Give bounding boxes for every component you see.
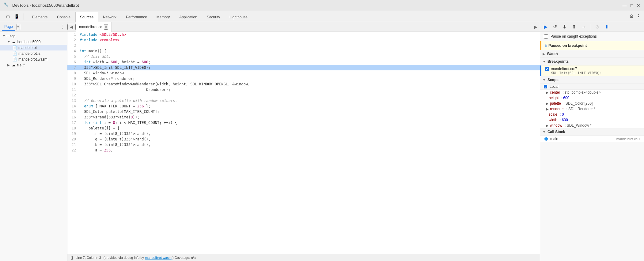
watch-arrow: ▶ <box>543 52 545 56</box>
code-editor[interactable]: 1#include <SDL2/SDL.h>2#include <complex… <box>67 32 540 254</box>
callstack-arrow: ▼ <box>543 130 546 134</box>
editor-tab-back[interactable]: ◀ <box>67 24 76 30</box>
resume-button[interactable]: ▶ <box>543 23 549 30</box>
scope-item-palette[interactable]: ▶ palette : SDL_Color [256] <box>540 101 644 106</box>
deactivate-breakpoints-button[interactable]: ⊘ <box>594 23 600 30</box>
breakpoint-checkbox[interactable] <box>545 67 549 71</box>
code-line-17[interactable]: 17 for (int i = 0; i < MAX_ITER_COUNT; +… <box>67 120 540 125</box>
code-line-10[interactable]: 10 333">SDL_CreateWindowAndRenderer(widt… <box>67 81 540 87</box>
code-line-18[interactable]: 18 palette[i] = { <box>67 125 540 131</box>
scope-item-scale: scale : 0 <box>540 112 644 117</box>
code-line-5[interactable]: 5 // Init SDL. <box>67 54 540 59</box>
code-line-9[interactable]: 9 SDL_Renderer* renderer; <box>67 76 540 81</box>
close-button[interactable]: ✕ <box>637 3 640 8</box>
tab-icon-separator <box>24 13 24 20</box>
watch-header[interactable]: ▶ Watch <box>540 50 644 58</box>
tree-item-localhost[interactable]: ▼ ☁ localhost:5000 <box>0 39 67 45</box>
code-line-4[interactable]: 4int main() { <box>67 48 540 54</box>
tab-sources[interactable]: Sources <box>75 12 98 22</box>
tree-item-mandelbrot-wasm[interactable]: 📄 mandelbrot.wasm <box>0 56 67 62</box>
callstack-item-main[interactable]: 🔷 main mandelbrot.cc:7 <box>540 136 644 142</box>
callstack-header[interactable]: ▼ Call Stack <box>540 128 644 136</box>
line-number-15: 15 <box>67 109 80 114</box>
breakpoint-header: mandelbrot.cc:7 <box>545 67 640 71</box>
code-line-14[interactable]: 14 enum { MAX_ITER_COUNT = 256 }; <box>67 103 540 109</box>
watch-section: ▶ Watch <box>540 50 644 58</box>
tab-security[interactable]: Security <box>202 12 225 22</box>
scope-arrow-renderer: ▶ <box>546 107 549 111</box>
scope-header[interactable]: ▼ Scope <box>540 76 644 84</box>
scope-item-window[interactable]: ▶ window : SDL_Window * <box>540 123 644 128</box>
line-number-7: 7 <box>67 65 80 70</box>
page-tab[interactable]: Page <box>2 23 15 31</box>
code-line-11[interactable]: 11 &renderer); <box>67 87 540 92</box>
code-line-7[interactable]: 7 333">SDL_Init(SDL_INIT_VIDEO); <box>67 65 540 70</box>
tab-application[interactable]: Application <box>175 12 202 22</box>
editor-tab-close-button[interactable]: ✕ <box>104 24 108 30</box>
step-into-button[interactable]: ⬇ <box>561 23 568 30</box>
code-line-16[interactable]: 16 333">srand(333">time(0)); <box>67 114 540 120</box>
maximize-button[interactable]: □ <box>631 3 633 8</box>
scope-key-width: width <box>549 118 557 122</box>
line-number-9: 9 <box>67 76 80 81</box>
left-panel-tabs: Page » ⋮ <box>0 22 67 32</box>
more-tabs-button[interactable]: » <box>17 24 20 30</box>
line-number-14: 14 <box>67 103 80 109</box>
device-toolbar-button[interactable]: 📱 <box>13 13 21 20</box>
line-number-19: 19 <box>67 131 80 136</box>
step-over-button[interactable]: ↺ <box>552 23 558 30</box>
code-line-8[interactable]: 8 SDL_Window* window; <box>67 70 540 76</box>
scope-local-header[interactable]: L Local <box>540 84 644 90</box>
wasm-link[interactable]: mandelbrot.wasm <box>145 256 172 259</box>
line-number-11: 11 <box>67 87 80 92</box>
step-out-button[interactable]: ⬆ <box>571 23 577 30</box>
inspect-icon-button[interactable]: ⬡ <box>5 13 11 20</box>
scope-key-palette: palette <box>550 101 561 106</box>
pretty-print-button[interactable]: {} <box>70 255 73 260</box>
editor-tab-mandelbrot[interactable]: mandelbrot.cc ✕ <box>76 22 112 32</box>
file-tree: ▼ □ top ▼ ☁ localhost:5000 📄 mandelbrot <box>0 32 67 261</box>
toolbar-separator <box>591 24 591 30</box>
callstack-label: Call Stack <box>547 130 565 134</box>
code-line-22[interactable]: 22 .a = 255, <box>67 147 540 153</box>
tab-console[interactable]: Console <box>52 12 75 22</box>
code-line-19[interactable]: 19 .r = (uint8_t)333">rand(), <box>67 131 540 136</box>
tab-performance[interactable]: Performance <box>121 12 152 22</box>
editor-tab-filename: mandelbrot.cc <box>79 25 102 29</box>
breakpoints-header[interactable]: ▼ Breakpoints <box>540 58 644 65</box>
code-line-15[interactable]: 15 SDL_Color palette[MAX_ITER_COUNT]; <box>67 109 540 114</box>
scope-value-scale: : 0 <box>560 112 564 117</box>
pause-on-exceptions-button[interactable]: ⏸ <box>604 24 611 30</box>
code-line-12[interactable]: 12 <box>67 92 540 98</box>
tree-item-mandelbrot-js[interactable]: 📄 mandelbrot.js <box>0 50 67 56</box>
tab-memory[interactable]: Memory <box>152 12 174 22</box>
line-content-3 <box>80 43 540 48</box>
line-content-4: int main() { <box>80 48 540 54</box>
scope-item-renderer[interactable]: ▶ renderer : SDL_Renderer * <box>540 106 644 112</box>
line-number-4: 4 <box>67 48 80 54</box>
line-content-8: SDL_Window* window; <box>80 70 540 76</box>
code-line-1[interactable]: 1#include <SDL2/SDL.h> <box>67 32 540 37</box>
code-line-2[interactable]: 2#include <complex> <box>67 37 540 43</box>
pause-exceptions-checkbox[interactable] <box>544 34 548 39</box>
tab-lighthouse[interactable]: Lighthouse <box>225 12 252 22</box>
more-options-button[interactable]: ⋮ <box>636 13 641 19</box>
step-button[interactable]: → <box>580 24 588 30</box>
format-button[interactable]: ▶ <box>533 24 538 30</box>
line-content-17: for (int i = 0; i < MAX_ITER_COUNT; ++i)… <box>80 120 540 125</box>
tree-item-mandelbrot[interactable]: 📄 mandelbrot <box>0 45 67 50</box>
code-line-13[interactable]: 13 // Generate a palette with random col… <box>67 98 540 103</box>
tree-item-top[interactable]: ▼ □ top <box>0 33 67 39</box>
code-line-21[interactable]: 21 .b = (uint8_t)333">rand(), <box>67 142 540 147</box>
code-line-20[interactable]: 20 .g = (uint8_t)333">rand(), <box>67 136 540 142</box>
tab-network[interactable]: Network <box>98 12 121 22</box>
code-line-3[interactable]: 3 <box>67 43 540 48</box>
devtools-body: Page » ⋮ ▼ □ top ▼ ☁ localhost:5000 📄 <box>0 22 644 261</box>
tree-item-file[interactable]: ▶ ☁ file:// <box>0 62 67 68</box>
scope-item-center[interactable]: ▶ center : std::complex<double> <box>540 90 644 95</box>
minimize-button[interactable]: — <box>623 3 627 8</box>
tab-elements[interactable]: Elements <box>28 12 52 22</box>
settings-button[interactable]: ⚙ <box>629 13 634 19</box>
panel-menu-button[interactable]: ⋮ <box>60 24 65 30</box>
code-line-6[interactable]: 6 int width = 600, height = 600; <box>67 59 540 65</box>
